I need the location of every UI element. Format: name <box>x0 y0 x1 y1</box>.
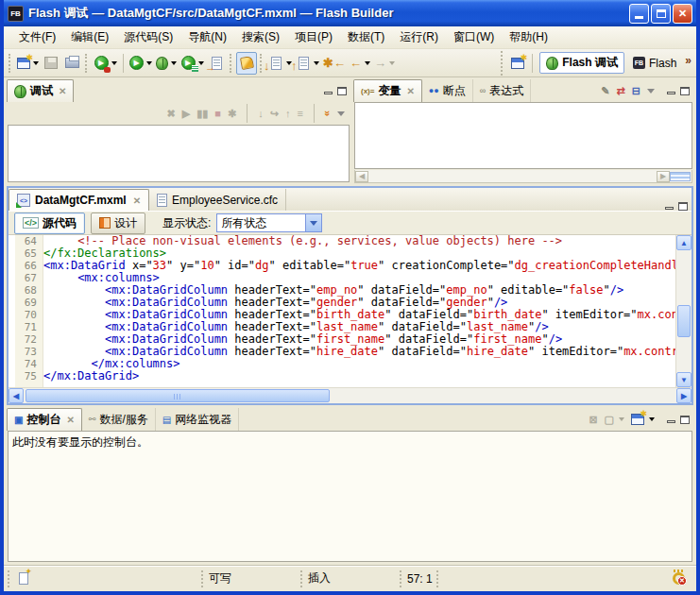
scroll-down-icon[interactable]: ▼ <box>676 372 691 387</box>
menu-item-1[interactable]: 编辑(E) <box>63 26 116 48</box>
new-wizard-button[interactable] <box>15 52 41 75</box>
minimize-view-icon[interactable] <box>665 207 674 210</box>
tab-datamgtcf-mxml[interactable]: <> DataMgtCF.mxml ✕ <box>9 189 149 211</box>
debug-icon <box>156 57 168 70</box>
rds-disabled-icon[interactable]: ✕ <box>673 572 685 585</box>
menu-item-4[interactable]: 搜索(S) <box>234 26 287 48</box>
view-menu-icon[interactable] <box>337 111 345 116</box>
open-perspective-button[interactable] <box>507 52 528 75</box>
export-release-icon: → <box>209 56 224 71</box>
maximize-view-icon[interactable] <box>337 87 347 95</box>
menu-item-3[interactable]: 导航(N) <box>180 26 234 48</box>
debug-button[interactable] <box>154 52 179 75</box>
minimize-view-icon[interactable] <box>667 92 675 94</box>
scroll-left-icon[interactable]: ◀ <box>9 388 24 403</box>
print-button[interactable] <box>61 52 82 75</box>
close-button[interactable]: ✕ <box>673 4 692 24</box>
forward-button[interactable]: → <box>372 52 397 75</box>
save-button[interactable] <box>41 52 61 75</box>
menu-item-0[interactable]: 文件(F) <box>11 26 63 48</box>
maximize-view-icon[interactable] <box>678 202 688 211</box>
collapse-all-icon[interactable]: ⊟ <box>632 85 640 97</box>
export-release-button[interactable]: → <box>206 52 227 75</box>
toolbar-handle[interactable] <box>85 54 89 73</box>
tab-data-services[interactable]: ⚯ 数据/服务 <box>82 408 156 431</box>
tab-console[interactable]: ▣ 控制台 ✕ <box>7 408 82 431</box>
back-button[interactable]: ← <box>348 52 372 75</box>
step-into-icon[interactable]: ↓ <box>258 108 264 119</box>
run-dropdown-icon <box>146 61 152 65</box>
pause-icon[interactable]: ▮▮ <box>196 108 208 120</box>
tab-network-monitor[interactable]: ▤ 网络监视器 <box>156 408 239 431</box>
disconnect-icon[interactable]: ✱ <box>228 108 236 120</box>
source-mode-icon: </> <box>23 217 39 229</box>
scroll-right-icon[interactable]: ▶ <box>657 171 670 182</box>
gears-icon: ⚯ <box>89 415 96 424</box>
stop-icon[interactable]: ■ <box>214 108 221 119</box>
toolbar-handle[interactable] <box>9 54 12 73</box>
toolbar-handle[interactable] <box>230 54 233 73</box>
scroll-right-icon[interactable]: ▶ <box>676 388 691 403</box>
profile-button[interactable]: ▶ <box>179 52 206 75</box>
minimize-view-icon[interactable] <box>324 92 333 94</box>
prev-annotation-button[interactable]: ↑ <box>294 52 321 75</box>
tab-expressions[interactable]: ∞ 表达式 <box>473 79 531 102</box>
step-return-icon[interactable]: ↑ <box>285 108 291 119</box>
maximize-view-icon[interactable] <box>680 87 690 95</box>
tab-employeeservice-cfc[interactable]: EmployeeService.cfc <box>149 189 286 211</box>
tab-variables[interactable]: (x)= 变量 ✕ <box>353 79 422 102</box>
variables-hscrollbar[interactable]: ◀ ▶ <box>354 170 692 183</box>
perspective-flash[interactable]: FB Flash <box>627 55 682 72</box>
menu-item-5[interactable]: 项目(P) <box>287 26 340 48</box>
menu-item-6[interactable]: 数据(T) <box>340 26 392 48</box>
code-area[interactable]: 64 <!-- Place non-visual elements (e.g.,… <box>9 235 675 387</box>
close-icon[interactable]: ✕ <box>406 86 414 96</box>
external-tools-button[interactable]: ▶ <box>92 52 119 75</box>
next-annotation-button[interactable]: ↓ <box>266 52 294 75</box>
vscroll-thumb[interactable] <box>677 305 691 337</box>
perspective-overflow-chevron[interactable]: » <box>685 54 691 67</box>
open-console-icon[interactable] <box>631 414 644 425</box>
show-type-names-icon[interactable]: ✎ <box>601 85 609 97</box>
view-menu-icon[interactable] <box>647 89 655 94</box>
source-mode-button[interactable]: </> 源代码 <box>14 212 85 234</box>
maximize-view-icon[interactable] <box>680 416 690 424</box>
hscroll-thumb[interactable] <box>26 389 330 402</box>
tab-breakpoints[interactable]: ●● 断点 <box>422 79 473 102</box>
pin-console-icon[interactable]: ⊠ <box>589 414 597 426</box>
show-logical-structure-icon[interactable]: ⇄ <box>617 85 625 97</box>
resume-icon[interactable]: ▶ <box>182 108 190 120</box>
editor-hscrollbar[interactable]: ◀ ▶ <box>9 387 691 403</box>
highlighter-button[interactable] <box>236 52 257 75</box>
editor-presentation-icon[interactable] <box>19 572 28 585</box>
maximize-button[interactable] <box>651 4 671 24</box>
debug-tree-area[interactable] <box>8 125 350 182</box>
perspective-flash-debug[interactable]: Flash 调试 <box>539 52 624 74</box>
step-over-icon[interactable]: ↪ <box>270 108 279 120</box>
close-icon[interactable]: ✕ <box>66 415 74 425</box>
close-icon[interactable]: ✕ <box>59 86 66 96</box>
design-mode-button[interactable]: 设计 <box>91 212 145 234</box>
remove-terminated-icon[interactable]: ✖ <box>167 108 176 120</box>
expressions-icon: ∞ <box>480 86 486 95</box>
variables-tree-area[interactable] <box>354 102 692 169</box>
scroll-left-icon[interactable]: ◀ <box>355 171 368 182</box>
code-line-75[interactable]: 75</mx:DataGrid> <box>9 370 675 382</box>
run-button[interactable]: ▶ <box>128 52 154 75</box>
scroll-up-icon[interactable]: ▲ <box>676 235 691 250</box>
editor-vscrollbar[interactable]: ▲ ▼ <box>675 235 691 387</box>
state-combo[interactable]: 所有状态 <box>216 213 322 232</box>
menu-item-9[interactable]: 帮助(H) <box>502 26 555 48</box>
last-edit-location-button[interactable]: ✱← <box>321 52 348 75</box>
minimize-view-icon[interactable] <box>667 420 675 423</box>
column-resize-handle[interactable] <box>670 172 691 181</box>
collapse-stack-icon[interactable]: » <box>322 110 333 116</box>
tab-debug[interactable]: 调试 ✕ <box>7 79 74 102</box>
step-filters-icon[interactable]: ≡ <box>297 108 302 119</box>
menu-item-8[interactable]: 窗口(W) <box>446 26 502 48</box>
menu-item-7[interactable]: 运行(R) <box>392 26 446 48</box>
minimize-button[interactable] <box>629 4 649 24</box>
display-console-icon[interactable]: ▢ <box>605 414 614 426</box>
close-icon[interactable]: ✕ <box>133 196 141 206</box>
menu-item-2[interactable]: 源代码(S) <box>116 26 180 48</box>
